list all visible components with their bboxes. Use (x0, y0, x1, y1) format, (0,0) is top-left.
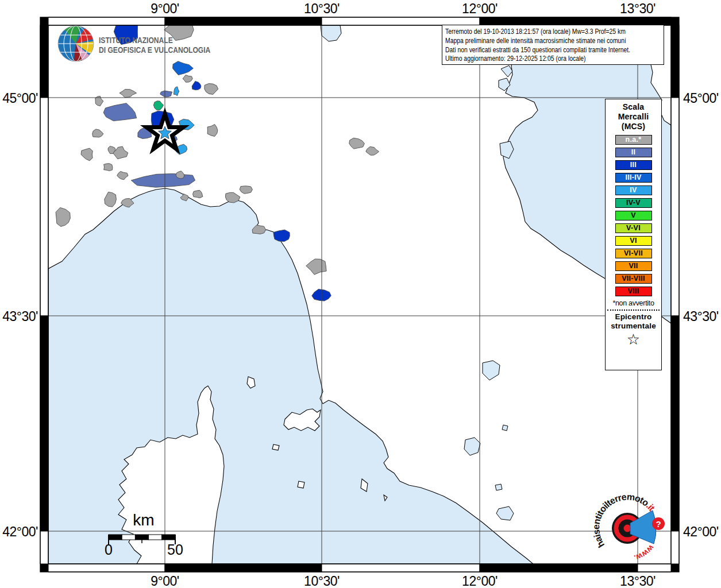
ingv-logo-line1: ISTITUTO NAZIONALE (99, 36, 210, 45)
legend-footnote: *non avvertito (606, 299, 661, 307)
scale-unit-label: km (118, 511, 169, 529)
lake-vico (495, 484, 502, 490)
info-line-3: Dati non verificati estratti da 150 ques… (445, 45, 664, 55)
legend-swatch-IV: IV (615, 185, 652, 195)
earthquake-info-box: Terremoto del 19-10-2013 18:21:57 (ora l… (442, 25, 664, 65)
legend-swatch-III: III (615, 160, 652, 170)
legend-title-2: Mercalli (606, 112, 661, 122)
scale-end-label: 50 (163, 541, 188, 558)
epicenter-label-1: Epicentro (606, 312, 661, 322)
ingv-logo-line2: DI GEOFISICA E VULCANOLOGIA (99, 45, 210, 55)
mercalli-legend: Scala Mercalli (MCS) n.a.*IIIIIIII-IVIVI… (605, 99, 662, 370)
axis-top-1330: 13°30' (609, 1, 666, 17)
legend-swatch-VII: VII (615, 261, 652, 271)
info-line-1: Terremoto del 19-10-2013 18:21:57 (ora l… (445, 27, 664, 36)
municipality-na (104, 164, 113, 171)
legend-swatch-IV-V: IV-V (615, 198, 652, 208)
axis-bottom-1330: 13°30' (609, 574, 666, 588)
legend-swatch-VIII: VIII (615, 287, 652, 296)
axis-left-45: 45°00' (0, 91, 38, 106)
axis-right-42: 42°00' (683, 524, 720, 540)
axis-right-45: 45°00' (683, 91, 720, 106)
ingv-logo-text: ISTITUTO NAZIONALE DI GEOFISICA E VULCAN… (99, 36, 210, 55)
axis-left-42: 42°00' (0, 524, 38, 540)
question-mark: ? (656, 519, 661, 529)
legend-swatch-VI: VI (615, 236, 652, 246)
epicenter-star-icon: ☆ (606, 332, 661, 347)
axis-top-1030: 10°30' (293, 1, 350, 17)
legend-swatch-V-VI: V-VI (615, 223, 652, 233)
legend-swatch-na: n.a.* (615, 135, 652, 145)
axis-bottom-1030: 10°30' (293, 574, 350, 588)
legend-swatch-VII-VIII: VII-VIII (615, 274, 652, 284)
map-interior: ? haisentitoilterremoto.it www. (48, 18, 671, 564)
municipality-III (273, 230, 290, 241)
axis-bottom-9: 9°00' (136, 574, 194, 588)
lake-corbara (502, 425, 508, 431)
montecristo (298, 481, 304, 488)
epicenter-label-2: strumentale (606, 322, 661, 331)
legend-title-1: Scala (606, 102, 661, 112)
axis-left-4330: 43°30' (0, 309, 38, 324)
axis-bottom-12: 12°00' (451, 574, 508, 588)
pianosa (272, 444, 279, 450)
legend-title-3: (MCS) (606, 122, 661, 131)
shakemap-page: ? haisentitoilterremoto.it www. (0, 0, 721, 588)
legend-swatch-III-IV: III-IV (615, 173, 652, 183)
legend-divider (607, 310, 660, 311)
info-line-2: Mappa preliminare delle intensità macros… (445, 36, 664, 45)
scale-start-label: 0 (98, 541, 119, 558)
legend-swatch-VI-VII: VI-VII (615, 249, 652, 258)
axis-top-9: 9°00' (136, 1, 194, 17)
legend-swatch-II: II (615, 148, 652, 157)
axis-top-12: 12°00' (451, 1, 508, 17)
info-line-4: Ultimo aggiornamento: 29-12-2025 12:05 (… (445, 54, 664, 63)
axis-right-4330: 43°30' (683, 309, 720, 324)
legend-items: n.a.*IIIIIIII-IVIVIV-VVV-VIVIVI-VIIVIIVI… (606, 135, 661, 296)
legend-swatch-V: V (615, 211, 652, 220)
